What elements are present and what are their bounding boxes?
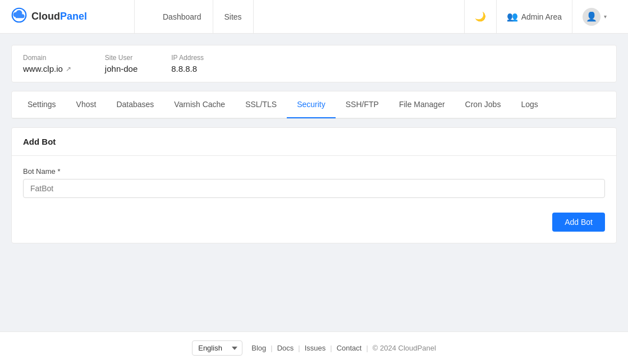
nav-dashboard[interactable]: Dashboard — [152, 0, 213, 34]
card-header: Add Bot — [12, 128, 616, 156]
tabs-nav: Settings Vhost Databases Varnish Cache S… — [12, 91, 616, 118]
tab-databases[interactable]: Databases — [106, 91, 164, 118]
tab-settings[interactable]: Settings — [17, 91, 66, 118]
copyright-text: © 2024 CloudPanel — [373, 344, 436, 352]
language-selector[interactable]: English Deutsch Français Español — [192, 340, 242, 356]
footer-contact-link[interactable]: Contact — [337, 344, 362, 352]
separator-2: | — [298, 344, 300, 352]
darkmode-toggle[interactable]: 🌙 — [464, 0, 496, 34]
tab-security[interactable]: Security — [287, 91, 336, 118]
tab-filemanager[interactable]: File Manager — [389, 91, 455, 118]
site-user-info: Site User john-doe — [105, 54, 137, 73]
brand-logo[interactable]: CloudPanel — [11, 0, 135, 33]
footer-issues-link[interactable]: Issues — [305, 344, 326, 352]
ip-info: IP Address 8.8.8.8 — [171, 54, 204, 73]
card-body: Bot Name * Add Bot — [12, 156, 616, 243]
main-content: Domain www.clp.io ↗ Site User john-doe I… — [0, 34, 628, 331]
nav-sites[interactable]: Sites — [213, 0, 254, 34]
separator-1: | — [271, 344, 272, 352]
footer-docs-link[interactable]: Docs — [277, 344, 294, 352]
navbar-right: 🌙 👥 Admin Area 👤 ▾ — [464, 0, 617, 34]
tab-ssl[interactable]: SSL/TLS — [235, 91, 287, 118]
domain-label: Domain — [23, 54, 71, 62]
user-avatar: 👤 — [583, 8, 601, 26]
domain-text: www.clp.io — [23, 64, 63, 73]
tab-logs[interactable]: Logs — [511, 91, 548, 118]
brand-cloud: Cloud — [31, 11, 60, 22]
domain-info: Domain www.clp.io ↗ — [23, 54, 71, 73]
external-link-icon[interactable]: ↗ — [66, 65, 71, 73]
user-icon: 👤 — [586, 11, 597, 22]
tab-sshftp[interactable]: SSH/FTP — [336, 91, 389, 118]
ip-label: IP Address — [171, 54, 204, 62]
moon-icon: 🌙 — [475, 11, 486, 22]
nav-items: Dashboard Sites — [135, 0, 464, 34]
bot-name-group: Bot Name * — [23, 167, 605, 198]
brand-text: CloudPanel — [31, 11, 87, 22]
ip-value: 8.8.8.8 — [171, 64, 204, 73]
admin-area-button[interactable]: 👥 Admin Area — [496, 0, 572, 34]
tab-cron[interactable]: Cron Jobs — [455, 91, 511, 118]
user-chevron-icon: ▾ — [604, 13, 607, 20]
add-bot-card: Add Bot Bot Name * Add Bot — [11, 127, 617, 243]
navbar: CloudPanel Dashboard Sites 🌙 👥 Admin Are… — [0, 0, 628, 34]
tab-varnish[interactable]: Varnish Cache — [164, 91, 235, 118]
tabs-container: Settings Vhost Databases Varnish Cache S… — [11, 91, 617, 119]
site-user-label: Site User — [105, 54, 137, 62]
admin-label: Admin Area — [521, 12, 562, 21]
bot-name-label: Bot Name * — [23, 167, 605, 176]
footer-blog-link[interactable]: Blog — [251, 344, 266, 352]
separator-4: | — [366, 344, 368, 352]
footer: English Deutsch Français Español Blog | … — [0, 331, 628, 364]
domain-value: www.clp.io ↗ — [23, 64, 71, 73]
add-bot-button[interactable]: Add Bot — [552, 213, 605, 232]
site-user-value: john-doe — [105, 64, 137, 73]
cloud-icon — [11, 7, 27, 26]
user-menu[interactable]: 👤 ▾ — [572, 0, 617, 34]
form-actions: Add Bot — [23, 207, 605, 232]
footer-links: Blog | Docs | Issues | Contact | © 2024 … — [251, 344, 436, 352]
language-dropdown[interactable]: English Deutsch Français Español — [192, 340, 242, 356]
tab-vhost[interactable]: Vhost — [66, 91, 107, 118]
brand-panel: Panel — [60, 11, 87, 22]
bot-name-input[interactable] — [23, 179, 605, 198]
site-info-bar: Domain www.clp.io ↗ Site User john-doe I… — [11, 45, 617, 82]
admin-icon: 👥 — [507, 11, 518, 22]
separator-3: | — [330, 344, 332, 352]
